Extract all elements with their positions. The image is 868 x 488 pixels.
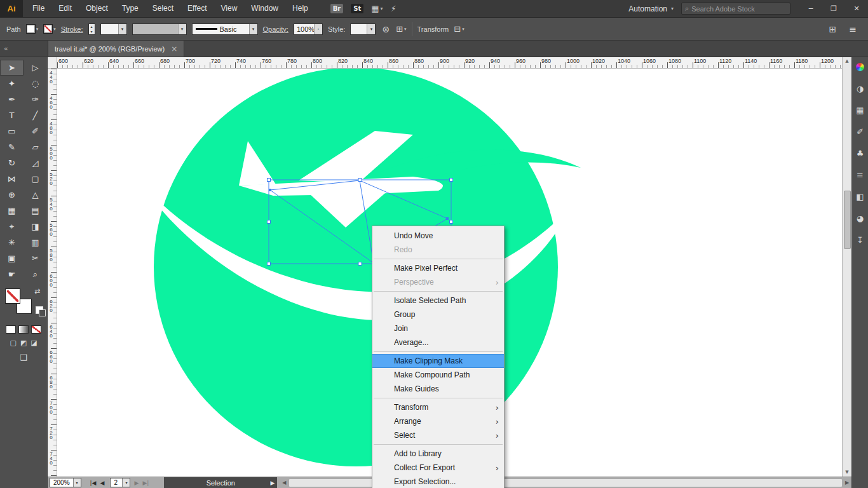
menu-edit[interactable]: Edit <box>51 0 79 17</box>
lasso-tool[interactable]: ◌ <box>24 76 47 92</box>
menu-effect[interactable]: Effect <box>180 0 214 17</box>
none-button[interactable] <box>31 325 41 334</box>
selection-handle[interactable] <box>450 220 453 224</box>
horizontal-ruler[interactable]: 6006206406606807007207407607808008208408… <box>57 57 842 69</box>
context-menu-item-add-to-library[interactable]: Add to Library <box>372 447 504 461</box>
arrange-documents-icon[interactable]: ▦▾ <box>371 4 383 13</box>
selection-tool[interactable]: ➤ <box>0 60 24 76</box>
step-up-icon[interactable]: ▴ <box>89 24 95 29</box>
scroll-down-icon[interactable]: ▼ <box>843 468 851 477</box>
stroke-weight-dropdown[interactable]: ▾ <box>100 24 127 35</box>
context-menu-item-join[interactable]: Join <box>372 322 504 336</box>
panel-dock-icon[interactable]: ⊞ <box>828 24 838 34</box>
status-indicator[interactable]: Selection ▶ <box>164 477 277 488</box>
magic-wand-tool[interactable]: ✦ <box>0 76 24 92</box>
selection-handle[interactable] <box>268 179 271 182</box>
close-button[interactable]: ✕ <box>845 0 868 18</box>
stroke-style-dropdown[interactable]: Basic ▾ <box>192 24 258 35</box>
selection-handle[interactable] <box>268 262 271 266</box>
minimize-button[interactable]: ─ <box>799 0 822 18</box>
align-options-button[interactable]: ⊟ ▾ <box>454 24 464 34</box>
context-menu-item-make-guides[interactable]: Make Guides <box>372 382 504 396</box>
context-menu-item-perspective[interactable]: Perspective› <box>372 275 504 289</box>
context-menu-item-make-compound-path[interactable]: Make Compound Path <box>372 368 504 382</box>
zoom-tool[interactable]: ⌕ <box>24 266 47 282</box>
menu-file[interactable]: File <box>25 0 51 17</box>
context-menu-item-group[interactable]: Group <box>372 308 504 322</box>
menu-object[interactable]: Object <box>79 0 115 17</box>
perspective-grid-tool[interactable]: △ <box>24 187 47 203</box>
draw-inside-icon[interactable]: ◪ <box>31 339 37 347</box>
free-transform-tool[interactable]: ▢ <box>24 171 47 187</box>
direct-selection-tool[interactable]: ▷ <box>24 60 47 76</box>
color-button[interactable] <box>6 325 16 334</box>
width-tool[interactable]: ⋈ <box>0 171 24 187</box>
anchor-point[interactable] <box>269 189 271 191</box>
vertical-scroll-thumb[interactable] <box>844 191 851 249</box>
selection-handle[interactable] <box>268 220 271 224</box>
first-artboard-button[interactable]: |◀ <box>90 480 97 486</box>
paintbrush-tool[interactable]: ✐ <box>24 123 47 139</box>
bridge-icon[interactable]: Br <box>330 4 344 13</box>
eraser-tool[interactable]: ▱ <box>24 139 47 155</box>
style-dropdown[interactable]: ▾ <box>350 24 376 35</box>
scroll-up-icon[interactable]: ▲ <box>843 57 851 65</box>
menu-view[interactable]: View <box>214 0 245 17</box>
transform-link[interactable]: Transform <box>417 25 449 33</box>
opacity-label[interactable]: Opacity: <box>263 25 288 33</box>
ruler-origin-corner[interactable] <box>48 57 57 69</box>
swap-fill-stroke-icon[interactable]: ⇄ <box>34 287 40 295</box>
stroke-panel-button[interactable]: ≡ <box>853 168 868 182</box>
context-menu-item-arrange[interactable]: Arrange› <box>372 414 504 428</box>
eyedropper-tool[interactable]: ⌖ <box>0 219 24 234</box>
context-menu-item-redo[interactable]: Redo <box>372 243 504 257</box>
selection-handle[interactable] <box>358 179 362 182</box>
pencil-tool[interactable]: ✎ <box>0 139 24 155</box>
rectangle-tool[interactable]: ▭ <box>0 123 24 139</box>
selection-handle[interactable] <box>450 179 453 182</box>
control-panel-menu-icon[interactable]: ≡ <box>848 24 858 34</box>
menu-select[interactable]: Select <box>146 0 180 17</box>
selection-handle[interactable] <box>358 262 362 266</box>
step-down-icon[interactable]: ▾ <box>89 29 95 34</box>
context-menu-item-make-clipping-mask[interactable]: Make Clipping Mask <box>372 354 504 368</box>
scale-tool[interactable]: ◿ <box>24 155 47 171</box>
swatches-panel-button[interactable]: ▦ <box>853 103 868 117</box>
color-panel-button[interactable] <box>853 60 868 74</box>
draw-behind-icon[interactable]: ◩ <box>20 339 27 347</box>
restore-button[interactable]: ❐ <box>822 0 845 18</box>
brushes-panel-button[interactable]: ✐ <box>853 125 868 139</box>
stroke-label[interactable]: Stroke: <box>61 25 83 33</box>
anchor-point[interactable] <box>446 217 449 220</box>
menu-type[interactable]: Type <box>115 0 146 17</box>
screen-mode-button[interactable]: ❑ <box>0 353 47 362</box>
context-menu-item-isolate-selected-path[interactable]: Isolate Selected Path <box>372 294 504 308</box>
search-input[interactable] <box>691 5 787 13</box>
gradient-tool[interactable]: ▤ <box>24 203 47 219</box>
hand-tool[interactable]: ☛ <box>0 266 24 282</box>
opacity-field[interactable]: 100% › <box>294 24 323 35</box>
menu-help[interactable]: Help <box>285 0 315 17</box>
last-artboard-button[interactable]: ▶| <box>142 480 149 486</box>
zoom-level-dropdown[interactable]: 200% ▾ <box>50 478 81 487</box>
pen-tool[interactable]: ✒ <box>0 92 24 107</box>
context-menu-item-transform[interactable]: Transform› <box>372 400 504 414</box>
toolbar-collapse-zone[interactable]: « <box>0 41 48 57</box>
menu-window[interactable]: Window <box>244 0 285 17</box>
stroke-weight-stepper[interactable]: ▴ ▾ <box>88 24 95 35</box>
context-menu-item-export-selection[interactable]: Export Selection... <box>372 475 504 488</box>
workspace-switcher[interactable]: Automation ▾ <box>621 4 681 13</box>
vertical-scrollbar[interactable]: ▲ ▼ <box>842 57 851 477</box>
asset-export-panel-button[interactable]: ↧ <box>853 233 868 247</box>
vertical-ruler[interactable]: 4404604805005205405605806006206406606807… <box>48 69 57 477</box>
context-menu-item-make-pixel-perfect[interactable]: Make Pixel Perfect <box>372 261 504 275</box>
shape-builder-tool[interactable]: ⊕ <box>0 187 24 203</box>
mesh-tool[interactable]: ▦ <box>0 203 24 219</box>
gpu-performance-icon[interactable]: ⚡ <box>391 4 397 13</box>
color-guide-panel-button[interactable]: ◑ <box>853 81 868 95</box>
line-segment-tool[interactable]: ╱ <box>24 107 47 123</box>
tab-close-icon[interactable]: × <box>171 44 177 53</box>
symbol-sprayer-tool[interactable]: ✳ <box>0 234 24 250</box>
scroll-right-icon[interactable]: ▶ <box>843 480 851 485</box>
gradient-panel-button[interactable]: ◕ <box>853 211 868 225</box>
